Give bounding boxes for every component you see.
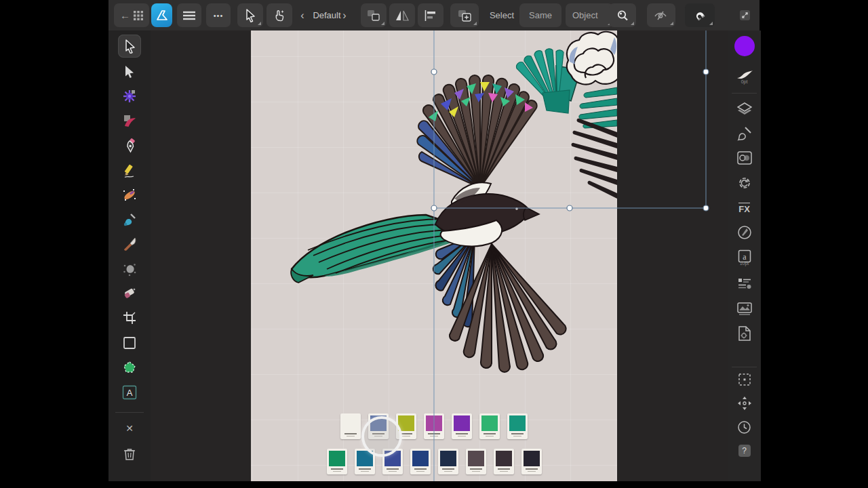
flip-button[interactable] [389, 3, 415, 27]
gesture-tool-button[interactable] [267, 3, 292, 27]
selection-handle[interactable] [703, 69, 709, 75]
image-icon [737, 302, 752, 315]
pantone-swatch[interactable] [410, 449, 431, 474]
text-tool-icon: A [122, 385, 137, 400]
knife-tool[interactable] [118, 232, 141, 256]
touch-indicator [361, 416, 402, 457]
svg-text:A: A [127, 388, 133, 398]
pantone-swatch[interactable] [438, 449, 458, 474]
spray-tool[interactable] [118, 258, 141, 281]
cursor-icon [244, 9, 256, 22]
eraser-tool[interactable] [118, 282, 141, 305]
pantone-swatch[interactable] [494, 449, 514, 474]
delete-button[interactable] [118, 443, 141, 466]
swatch-label-bar [470, 468, 482, 470]
swatch-label-bar [344, 433, 357, 434]
layers-icon [737, 102, 752, 116]
pantone-swatch[interactable] [452, 413, 472, 439]
pen-tool[interactable] [118, 134, 141, 157]
vector-brush-tool[interactable] [118, 184, 141, 207]
magnifier-icon [616, 9, 629, 22]
tail [291, 215, 453, 283]
pencil-icon [122, 163, 137, 178]
paragraph-panel-button[interactable] [728, 274, 761, 294]
select-same-button[interactable]: Same [519, 3, 561, 27]
select-object-button[interactable]: Object [566, 3, 613, 27]
node-arrow-icon [123, 65, 136, 78]
same-label: Same [529, 10, 552, 20]
nav-back-grid-group[interactable]: ← [114, 3, 149, 27]
pantone-swatch[interactable] [327, 449, 347, 474]
adjustments-panel-button[interactable] [728, 148, 761, 168]
fullscreen-button[interactable] [734, 3, 755, 27]
fill-tool[interactable] [118, 109, 141, 132]
layers-panel-button[interactable] [728, 99, 761, 119]
divider [732, 93, 757, 94]
move-tool-button[interactable] [237, 3, 263, 27]
node-tool[interactable] [118, 60, 141, 83]
more-icon: ••• [214, 12, 224, 20]
brushes-panel-button[interactable] [728, 123, 761, 144]
preset-label: Default [313, 10, 340, 20]
pencil-tool[interactable] [118, 159, 141, 182]
boolean-add-icon [458, 9, 471, 22]
corner-tool[interactable] [118, 85, 141, 108]
rectangle-tool[interactable] [118, 331, 141, 354]
move-tool[interactable] [118, 35, 141, 58]
divider [115, 412, 144, 413]
affinity-designer-logo[interactable] [151, 3, 172, 27]
preview-mode-button[interactable] [647, 3, 675, 27]
clock-icon [737, 420, 751, 434]
stock-panel-button[interactable] [728, 298, 761, 319]
fill-color-swatch [734, 36, 755, 56]
styles-panel-button[interactable] [728, 222, 761, 243]
align-button[interactable] [418, 3, 443, 27]
pantone-swatch[interactable] [466, 449, 486, 474]
effects-panel-button[interactable]: FX [728, 198, 761, 218]
close-button[interactable]: ✕ [118, 417, 141, 440]
pantone-swatch[interactable] [479, 413, 500, 439]
trash-icon [123, 447, 136, 461]
selection-handle[interactable] [703, 205, 709, 211]
help-button[interactable]: ? [728, 441, 761, 461]
more-button[interactable]: ••• [206, 3, 231, 27]
navigator-button[interactable] [728, 393, 761, 413]
transform-box-icon [738, 373, 751, 386]
artboard[interactable] [251, 30, 617, 481]
bird-body [435, 182, 539, 246]
swatch-color [468, 451, 484, 466]
zoom-tool-button[interactable] [609, 3, 636, 27]
navigator-arrows-icon [737, 396, 752, 411]
pantone-swatch[interactable] [507, 413, 528, 439]
swatch-sublabel-bar [458, 436, 466, 436]
isometric-panel-button[interactable] [728, 173, 761, 193]
document-panel-button[interactable] [728, 323, 761, 344]
fx-icon: FX [738, 203, 750, 214]
menu-button[interactable] [177, 3, 201, 27]
text-tool[interactable]: A [118, 381, 141, 404]
swatch-label-bar [484, 433, 496, 434]
history-button[interactable] [728, 417, 761, 437]
swatch-sublabel-bar [486, 436, 494, 436]
canvas-area[interactable] [151, 30, 728, 481]
preset-prev-button[interactable]: ‹ [297, 3, 308, 27]
swatch-sublabel-bar [333, 471, 341, 472]
pantone-swatch[interactable] [424, 413, 444, 439]
eye-pen-icon [654, 10, 668, 21]
crop-tool[interactable] [118, 306, 141, 329]
boolean-add-button[interactable] [450, 3, 479, 27]
pantone-swatch[interactable] [340, 413, 361, 439]
swatch-color [496, 451, 512, 466]
character-size-label: 10pt [728, 261, 761, 266]
selection-box-button[interactable] [728, 369, 761, 390]
swatch-sublabel-bar [444, 471, 452, 472]
paint-brush-tool[interactable] [118, 208, 141, 231]
preset-next-button[interactable]: › [339, 3, 350, 27]
snapping-button[interactable] [685, 3, 715, 27]
pantone-swatch[interactable] [521, 449, 542, 474]
swatch-label-bar [428, 433, 440, 434]
smart-shape-tool[interactable] [118, 356, 141, 379]
swatch-color [481, 415, 498, 431]
fill-color-well[interactable] [728, 36, 761, 56]
transform-mode-button[interactable] [361, 3, 387, 27]
